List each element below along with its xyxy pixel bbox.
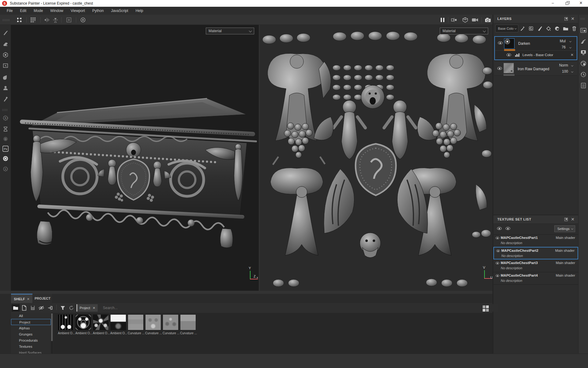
refresh-shelf-icon[interactable] xyxy=(67,304,75,312)
category-grunges[interactable]: Grunges xyxy=(11,331,51,337)
add-paint-layer-icon[interactable] xyxy=(536,25,544,32)
toggle-all-visibility-eye-icon[interactable] xyxy=(497,227,502,230)
texture-set-settings-panel-icon[interactable] xyxy=(580,27,587,34)
marquee-select-icon[interactable] xyxy=(15,17,23,23)
plugin-gear-s-icon[interactable]: S xyxy=(2,165,9,173)
add-smart-material-icon[interactable] xyxy=(553,25,561,32)
tab-close-icon[interactable]: ✕ xyxy=(27,297,29,301)
category-alphas[interactable]: Alphas xyxy=(11,325,51,331)
menu-mode[interactable]: Mode xyxy=(30,7,47,14)
menu-help[interactable]: Help xyxy=(132,7,147,14)
category-all[interactable]: All xyxy=(11,313,51,319)
layer-effect-row-levels[interactable]: Levels - Base Color ✕ xyxy=(495,50,577,59)
resource-thumbnail[interactable] xyxy=(110,314,126,330)
polygon-fill-tool-icon[interactable] xyxy=(2,62,9,70)
shelf-resource-item[interactable]: Ambient O... xyxy=(93,314,109,335)
clone-tool-icon[interactable] xyxy=(2,84,9,92)
layer-thumbnail[interactable] xyxy=(504,38,514,49)
remove-effect-icon[interactable]: ✕ xyxy=(571,53,574,57)
viewport-2d[interactable]: Material V U xyxy=(259,25,492,291)
paint-tool-icon[interactable] xyxy=(2,29,9,36)
minimize-button[interactable]: – xyxy=(546,0,560,7)
shelf-resource-item[interactable]: Curvature ... xyxy=(128,314,144,335)
resource-thumbnail[interactable] xyxy=(128,314,144,330)
resource-thumbnail[interactable] xyxy=(145,314,161,330)
texture-set-eye-icon[interactable] xyxy=(496,250,500,252)
close-panel-icon[interactable]: ✕ xyxy=(571,17,575,21)
shelf-resource-item[interactable]: Ambient O... xyxy=(58,314,74,335)
solo-visibility-eye-icon[interactable] xyxy=(506,227,510,230)
layer-blend-mode[interactable]: Mul xyxy=(560,39,566,43)
hide-resources-eye-slash-icon[interactable] xyxy=(37,304,45,312)
layer-thumbnail[interactable] xyxy=(503,63,514,73)
resource-thumbnail[interactable] xyxy=(163,314,179,330)
smudge-tool-icon[interactable] xyxy=(2,73,9,81)
resource-thumbnail[interactable] xyxy=(58,314,74,330)
texture-set-row-2[interactable]: MAPCastleChestPart2 Main shader No descr… xyxy=(493,247,578,259)
layer-visibility-eye-icon[interactable] xyxy=(497,67,502,70)
layer-blend-mode[interactable]: Norm xyxy=(559,63,568,67)
menu-file[interactable]: File xyxy=(3,7,16,14)
texture-set-settings-button[interactable]: Settings xyxy=(554,225,575,232)
view-mode-split-icon[interactable] xyxy=(450,17,458,23)
grid-view-icon[interactable] xyxy=(483,305,489,312)
view-3d-cube-icon[interactable] xyxy=(461,17,469,23)
texture-set-shader[interactable]: Main shader xyxy=(556,274,575,277)
opacity-chevron[interactable] xyxy=(571,71,573,73)
mirror-vertical-icon[interactable] xyxy=(51,17,59,23)
shelf-resource-item[interactable]: Curvature ... xyxy=(180,314,197,335)
layer-row-darken[interactable]: Darken Mul 76 Levels - Base Color ✕ xyxy=(494,36,577,60)
layer-row-iron-raw-damaged[interactable]: Iron Raw Damaged Norm 100 xyxy=(494,61,577,76)
texture-set-row-3[interactable]: MAPCastleChestPart3 Main shader No descr… xyxy=(493,259,578,272)
texture-set-shader[interactable]: Main shader xyxy=(556,261,575,265)
active-filter-chip[interactable]: Project✕ xyxy=(77,304,98,312)
right-strip-grip[interactable]: ||||| xyxy=(580,17,585,20)
layer-visibility-eye-icon[interactable] xyxy=(498,41,503,44)
effect-visibility-eye-icon[interactable] xyxy=(507,53,511,56)
float-panel-icon[interactable] xyxy=(564,17,568,21)
blend-mode-chevron[interactable] xyxy=(569,40,571,42)
projection-tool-icon[interactable] xyxy=(2,51,9,59)
layer-opacity[interactable]: 76 xyxy=(562,45,566,49)
display-settings-panel-icon[interactable] xyxy=(580,49,587,56)
category-hard-surfaces[interactable]: Hard Surfaces xyxy=(11,350,51,354)
shelf-resource-item[interactable]: Ambient O... xyxy=(75,314,92,335)
menu-python[interactable]: Python xyxy=(89,7,107,14)
plugin-s-dark-icon[interactable]: S xyxy=(2,135,9,143)
menu-edit[interactable]: Edit xyxy=(16,7,30,14)
add-effect-icon[interactable] xyxy=(527,25,535,32)
eraser-tool-icon[interactable] xyxy=(2,40,9,48)
resource-thumbnail[interactable] xyxy=(180,314,196,330)
add-fill-layer-icon[interactable] xyxy=(545,25,552,32)
viewport3d-material-dropdown[interactable]: Material xyxy=(206,28,254,34)
left-strip-grip[interactable]: |||||| xyxy=(2,108,8,111)
plugin-sync-icon[interactable] xyxy=(2,155,9,162)
chip-close-icon[interactable]: ✕ xyxy=(92,306,95,310)
magic-wand-icon[interactable] xyxy=(519,25,526,32)
blend-mode-chevron[interactable] xyxy=(571,64,573,67)
texture-set-eye-icon[interactable] xyxy=(496,237,499,239)
texture-set-shader[interactable]: Main shader xyxy=(555,249,575,252)
shader-settings-panel-icon[interactable] xyxy=(580,60,587,67)
viewport-3d[interactable]: Material Y Z x xyxy=(11,25,259,291)
screenshot-camera-icon[interactable] xyxy=(484,17,492,23)
menu-javascript[interactable]: JavaScript xyxy=(107,7,132,14)
close-panel-icon[interactable]: ✕ xyxy=(571,217,575,221)
reset-rotation-icon[interactable] xyxy=(79,17,87,23)
opacity-chevron[interactable] xyxy=(569,46,571,48)
tab-shelf[interactable]: SHELF✕ xyxy=(11,294,32,303)
mirror-horizontal-icon[interactable] xyxy=(43,17,51,23)
float-panel-icon[interactable] xyxy=(564,218,568,221)
tab-project[interactable]: PROJECT xyxy=(33,294,52,303)
layer-name[interactable]: Darken xyxy=(518,41,530,46)
category-procedurals[interactable]: Procedurals xyxy=(11,337,51,343)
filter-funnel-icon[interactable] xyxy=(59,304,67,312)
delete-layer-icon[interactable] xyxy=(571,25,578,32)
restore-button[interactable] xyxy=(560,0,574,7)
tiling-grid-icon[interactable] xyxy=(29,17,37,23)
texture-set-row-1[interactable]: MAPCastleChestPart1 Main shader No descr… xyxy=(493,234,578,247)
toolbar-grip[interactable]: |||||||| xyxy=(2,18,10,21)
category-scrollbar[interactable] xyxy=(51,313,53,354)
effect-name[interactable]: Levels - Base Color xyxy=(522,53,553,57)
category-project[interactable]: Project xyxy=(11,319,51,325)
